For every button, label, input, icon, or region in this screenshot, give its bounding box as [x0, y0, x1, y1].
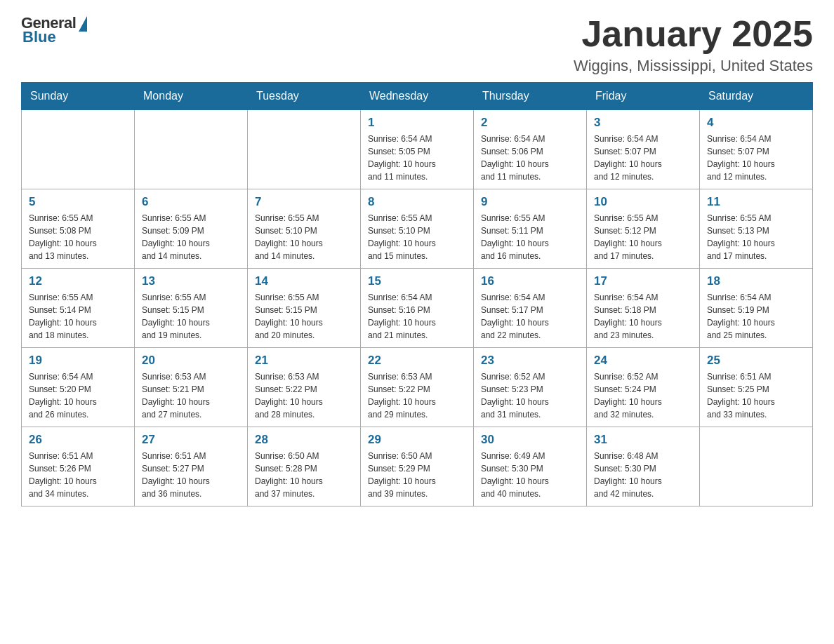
- calendar-week-row: 26Sunrise: 6:51 AMSunset: 5:26 PMDayligh…: [22, 427, 813, 507]
- day-number: 23: [481, 354, 579, 368]
- day-info: Sunrise: 6:55 AMSunset: 5:13 PMDaylight:…: [707, 212, 805, 262]
- day-info: Sunrise: 6:54 AMSunset: 5:19 PMDaylight:…: [707, 291, 805, 342]
- logo-blue-text: Blue: [21, 28, 56, 46]
- day-info: Sunrise: 6:54 AMSunset: 5:07 PMDaylight:…: [707, 133, 805, 183]
- calendar-day-cell: 29Sunrise: 6:50 AMSunset: 5:29 PMDayligh…: [361, 427, 474, 507]
- day-info: Sunrise: 6:51 AMSunset: 5:25 PMDaylight:…: [707, 370, 805, 421]
- calendar-day-cell: 19Sunrise: 6:54 AMSunset: 5:20 PMDayligh…: [22, 348, 135, 427]
- calendar-day-cell: 2Sunrise: 6:54 AMSunset: 5:06 PMDaylight…: [474, 110, 587, 189]
- day-number: 7: [255, 195, 353, 209]
- calendar-day-cell: 23Sunrise: 6:52 AMSunset: 5:23 PMDayligh…: [474, 348, 587, 427]
- day-info: Sunrise: 6:55 AMSunset: 5:15 PMDaylight:…: [255, 291, 353, 342]
- calendar-week-row: 19Sunrise: 6:54 AMSunset: 5:20 PMDayligh…: [22, 348, 813, 427]
- day-info: Sunrise: 6:53 AMSunset: 5:22 PMDaylight:…: [368, 370, 466, 421]
- calendar-day-cell: 26Sunrise: 6:51 AMSunset: 5:26 PMDayligh…: [22, 427, 135, 507]
- calendar-day-cell: 18Sunrise: 6:54 AMSunset: 5:19 PMDayligh…: [700, 269, 813, 348]
- day-number: 18: [707, 274, 805, 288]
- day-info: Sunrise: 6:53 AMSunset: 5:22 PMDaylight:…: [255, 370, 353, 421]
- calendar-day-cell: 17Sunrise: 6:54 AMSunset: 5:18 PMDayligh…: [587, 269, 700, 348]
- page-header: General Blue January 2025 Wiggins, Missi…: [21, 14, 813, 75]
- calendar-day-cell: 30Sunrise: 6:49 AMSunset: 5:30 PMDayligh…: [474, 427, 587, 507]
- calendar-day-cell: 6Sunrise: 6:55 AMSunset: 5:09 PMDaylight…: [135, 189, 248, 269]
- weekday-header-sunday: Sunday: [22, 83, 135, 110]
- day-number: 10: [594, 195, 692, 209]
- calendar-day-cell: 21Sunrise: 6:53 AMSunset: 5:22 PMDayligh…: [248, 348, 361, 427]
- day-number: 17: [594, 274, 692, 288]
- calendar-day-cell: [135, 110, 248, 189]
- calendar-day-cell: 14Sunrise: 6:55 AMSunset: 5:15 PMDayligh…: [248, 269, 361, 348]
- day-info: Sunrise: 6:50 AMSunset: 5:29 PMDaylight:…: [368, 450, 466, 500]
- logo-triangle-icon: [79, 16, 87, 32]
- calendar-day-cell: 5Sunrise: 6:55 AMSunset: 5:08 PMDaylight…: [22, 189, 135, 269]
- calendar-week-row: 5Sunrise: 6:55 AMSunset: 5:08 PMDaylight…: [22, 189, 813, 269]
- day-number: 21: [255, 354, 353, 368]
- day-number: 9: [481, 195, 579, 209]
- calendar-day-cell: [248, 110, 361, 189]
- calendar-header: SundayMondayTuesdayWednesdayThursdayFrid…: [22, 83, 813, 110]
- calendar-day-cell: 27Sunrise: 6:51 AMSunset: 5:27 PMDayligh…: [135, 427, 248, 507]
- day-number: 31: [594, 433, 692, 447]
- day-number: 14: [255, 274, 353, 288]
- calendar-day-cell: 28Sunrise: 6:50 AMSunset: 5:28 PMDayligh…: [248, 427, 361, 507]
- location-title: Wiggins, Mississippi, United States: [574, 57, 813, 75]
- day-info: Sunrise: 6:55 AMSunset: 5:08 PMDaylight:…: [29, 212, 127, 262]
- calendar-body: 1Sunrise: 6:54 AMSunset: 5:05 PMDaylight…: [22, 110, 813, 507]
- day-info: Sunrise: 6:55 AMSunset: 5:09 PMDaylight:…: [142, 212, 240, 262]
- calendar-day-cell: [700, 427, 813, 507]
- calendar-day-cell: 13Sunrise: 6:55 AMSunset: 5:15 PMDayligh…: [135, 269, 248, 348]
- month-title: January 2025: [574, 14, 813, 54]
- calendar-day-cell: 25Sunrise: 6:51 AMSunset: 5:25 PMDayligh…: [700, 348, 813, 427]
- calendar-day-cell: 15Sunrise: 6:54 AMSunset: 5:16 PMDayligh…: [361, 269, 474, 348]
- day-info: Sunrise: 6:54 AMSunset: 5:06 PMDaylight:…: [481, 133, 579, 183]
- calendar-week-row: 1Sunrise: 6:54 AMSunset: 5:05 PMDaylight…: [22, 110, 813, 189]
- weekday-header-tuesday: Tuesday: [248, 83, 361, 110]
- day-number: 15: [368, 274, 466, 288]
- day-number: 27: [142, 433, 240, 447]
- weekday-header-monday: Monday: [135, 83, 248, 110]
- logo: General Blue: [21, 14, 87, 46]
- weekday-header-friday: Friday: [587, 83, 700, 110]
- day-info: Sunrise: 6:53 AMSunset: 5:21 PMDaylight:…: [142, 370, 240, 421]
- day-number: 26: [29, 433, 127, 447]
- calendar-day-cell: 31Sunrise: 6:48 AMSunset: 5:30 PMDayligh…: [587, 427, 700, 507]
- calendar-day-cell: [22, 110, 135, 189]
- day-number: 8: [368, 195, 466, 209]
- calendar-day-cell: 22Sunrise: 6:53 AMSunset: 5:22 PMDayligh…: [361, 348, 474, 427]
- day-info: Sunrise: 6:54 AMSunset: 5:18 PMDaylight:…: [594, 291, 692, 342]
- weekday-header-saturday: Saturday: [700, 83, 813, 110]
- day-number: 3: [594, 116, 692, 130]
- calendar-day-cell: 8Sunrise: 6:55 AMSunset: 5:10 PMDaylight…: [361, 189, 474, 269]
- day-info: Sunrise: 6:55 AMSunset: 5:14 PMDaylight:…: [29, 291, 127, 342]
- calendar-day-cell: 11Sunrise: 6:55 AMSunset: 5:13 PMDayligh…: [700, 189, 813, 269]
- calendar-day-cell: 24Sunrise: 6:52 AMSunset: 5:24 PMDayligh…: [587, 348, 700, 427]
- day-number: 11: [707, 195, 805, 209]
- calendar-day-cell: 10Sunrise: 6:55 AMSunset: 5:12 PMDayligh…: [587, 189, 700, 269]
- day-info: Sunrise: 6:52 AMSunset: 5:24 PMDaylight:…: [594, 370, 692, 421]
- day-number: 22: [368, 354, 466, 368]
- day-number: 12: [29, 274, 127, 288]
- day-info: Sunrise: 6:54 AMSunset: 5:07 PMDaylight:…: [594, 133, 692, 183]
- day-number: 24: [594, 354, 692, 368]
- day-number: 28: [255, 433, 353, 447]
- title-area: January 2025 Wiggins, Mississippi, Unite…: [574, 14, 813, 75]
- calendar-day-cell: 1Sunrise: 6:54 AMSunset: 5:05 PMDaylight…: [361, 110, 474, 189]
- day-info: Sunrise: 6:51 AMSunset: 5:26 PMDaylight:…: [29, 450, 127, 500]
- day-info: Sunrise: 6:55 AMSunset: 5:12 PMDaylight:…: [594, 212, 692, 262]
- calendar-day-cell: 4Sunrise: 6:54 AMSunset: 5:07 PMDaylight…: [700, 110, 813, 189]
- day-info: Sunrise: 6:51 AMSunset: 5:27 PMDaylight:…: [142, 450, 240, 500]
- day-number: 6: [142, 195, 240, 209]
- day-number: 19: [29, 354, 127, 368]
- day-number: 1: [368, 116, 466, 130]
- day-number: 5: [29, 195, 127, 209]
- calendar-day-cell: 9Sunrise: 6:55 AMSunset: 5:11 PMDaylight…: [474, 189, 587, 269]
- weekday-header-wednesday: Wednesday: [361, 83, 474, 110]
- day-number: 4: [707, 116, 805, 130]
- calendar-day-cell: 16Sunrise: 6:54 AMSunset: 5:17 PMDayligh…: [474, 269, 587, 348]
- day-info: Sunrise: 6:55 AMSunset: 5:10 PMDaylight:…: [368, 212, 466, 262]
- calendar-day-cell: 7Sunrise: 6:55 AMSunset: 5:10 PMDaylight…: [248, 189, 361, 269]
- day-info: Sunrise: 6:55 AMSunset: 5:11 PMDaylight:…: [481, 212, 579, 262]
- day-info: Sunrise: 6:54 AMSunset: 5:05 PMDaylight:…: [368, 133, 466, 183]
- weekday-header-row: SundayMondayTuesdayWednesdayThursdayFrid…: [22, 83, 813, 110]
- day-number: 30: [481, 433, 579, 447]
- day-info: Sunrise: 6:54 AMSunset: 5:20 PMDaylight:…: [29, 370, 127, 421]
